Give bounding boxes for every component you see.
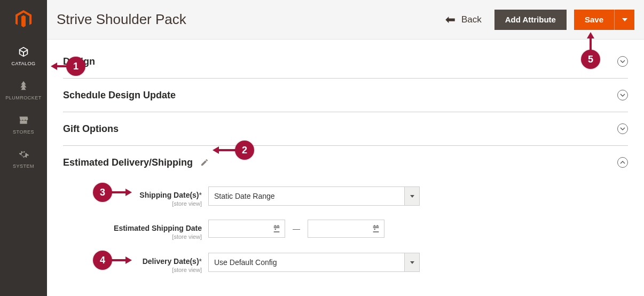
section-schedule-design-update: Schedule Design Update	[63, 79, 628, 112]
pencil-icon[interactable]	[200, 158, 209, 167]
delivery-dates-select[interactable]: Use Default Config	[208, 253, 420, 272]
back-button[interactable]: Back	[439, 14, 487, 25]
tree-icon	[18, 79, 29, 93]
page-body: Design Schedule Design Update Gift Optio…	[47, 40, 644, 296]
sidebar-item-system[interactable]: SYSTEM	[0, 141, 47, 175]
add-attribute-button[interactable]: Add Attribute	[494, 10, 567, 30]
select-value: Use Default Config	[209, 253, 404, 271]
cube-icon	[17, 45, 30, 59]
sidebar-item-stores[interactable]: STORES	[0, 107, 47, 141]
sidebar-item-label: STORES	[13, 129, 34, 135]
range-dash: —	[290, 224, 302, 233]
triangle-down-icon	[622, 18, 627, 21]
section-gift-header[interactable]: Gift Options	[63, 112, 628, 145]
chevron-down-icon	[617, 56, 628, 67]
section-schedule-header[interactable]: Schedule Design Update	[63, 79, 628, 112]
section-est-header[interactable]: Estimated Delivery/Shipping	[63, 146, 628, 179]
sidebar-item-label: PLUMROCKET	[5, 95, 42, 100]
shipping-dates-select[interactable]: Static Date Range	[208, 186, 420, 206]
gear-icon	[18, 147, 29, 161]
magento-logo-icon	[15, 10, 32, 28]
field-label: Shipping Date(s)	[139, 191, 199, 199]
arrow-left-icon	[444, 16, 456, 24]
required-asterisk: *	[199, 191, 202, 199]
section-title: Schedule Design Update	[63, 90, 176, 101]
field-scope: [store view]	[63, 267, 202, 273]
page: Strive Shoulder Pack Back Add Attribute …	[47, 0, 644, 296]
sidebar-item-label: SYSTEM	[13, 163, 34, 169]
select-value: Static Date Range	[209, 187, 404, 205]
page-header: Strive Shoulder Pack Back Add Attribute …	[47, 0, 644, 40]
estimated-ship-from-input[interactable]	[208, 220, 285, 238]
sidebar-item-plumrocket[interactable]: PLUMROCKET	[0, 73, 47, 107]
section-design-header[interactable]: Design	[63, 45, 628, 78]
save-split-button: Save	[574, 10, 634, 30]
section-title: Gift Options	[63, 123, 119, 135]
field-label: Delivery Date(s)	[143, 257, 199, 266]
sidebar-item-label: CATALOG	[11, 61, 35, 66]
estimated-ship-to-input[interactable]	[308, 220, 384, 238]
section-est-body: Shipping Date(s)* [store view] Static Da…	[63, 179, 628, 287]
field-scope: [store view]	[63, 233, 202, 240]
section-design: Design	[63, 45, 628, 79]
calendar-icon[interactable]	[269, 220, 285, 237]
save-button[interactable]: Save	[574, 10, 614, 30]
field-scope: [store view]	[63, 200, 202, 207]
section-title: Design	[63, 56, 95, 67]
back-label: Back	[461, 14, 482, 25]
storefront-icon	[18, 113, 29, 127]
chevron-down-icon	[404, 187, 419, 205]
date-to-field[interactable]	[308, 220, 368, 237]
chevron-up-icon	[617, 157, 628, 168]
field-label: Estimated Shipping Date	[114, 224, 202, 232]
calendar-icon[interactable]	[368, 220, 384, 237]
chevron-down-icon	[404, 253, 419, 271]
sidebar-item-catalog[interactable]: CATALOG	[0, 38, 47, 73]
section-estimated-delivery-shipping: Estimated Delivery/Shipping Shipping Dat…	[63, 146, 628, 287]
chevron-down-icon	[617, 123, 628, 134]
magento-logo[interactable]	[0, 0, 47, 38]
section-title: Estimated Delivery/Shipping	[63, 157, 193, 168]
field-delivery-dates: Delivery Date(s)* [store view] Use Defau…	[63, 253, 628, 273]
section-gift-options: Gift Options	[63, 112, 628, 146]
sidebar-nav: CATALOG PLUMROCKET STORES SYSTEM	[0, 0, 47, 296]
required-asterisk: *	[199, 257, 202, 266]
chevron-down-icon	[617, 90, 628, 100]
date-from-field[interactable]	[209, 220, 269, 237]
save-options-toggle[interactable]	[614, 10, 634, 30]
header-actions: Back Add Attribute Save	[439, 10, 634, 30]
field-estimated-shipping-date: Estimated Shipping Date [store view] —	[63, 220, 628, 240]
field-shipping-dates: Shipping Date(s)* [store view] Static Da…	[63, 186, 628, 207]
page-title: Strive Shoulder Pack	[57, 11, 439, 28]
